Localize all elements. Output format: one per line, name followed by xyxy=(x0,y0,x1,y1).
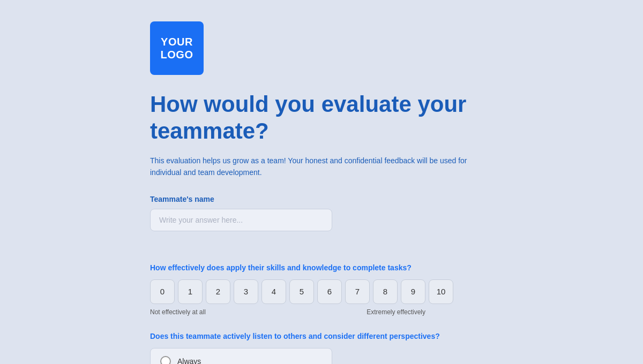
scale-labels: Not effectively at all Extremely effecti… xyxy=(150,308,425,316)
scale-btn-1[interactable]: 1 xyxy=(178,279,203,304)
scale-btn-10[interactable]: 10 xyxy=(429,279,453,304)
radio-option-always[interactable]: Always xyxy=(150,348,332,364)
teammate-name-label: Teammate's name xyxy=(150,195,504,203)
radio-circle-always xyxy=(160,356,171,364)
main-heading: How would you evaluate your teammate? xyxy=(150,91,482,145)
skills-question-label: How effectively does apply their skills … xyxy=(150,263,504,272)
subtitle: This evaluation helps us grow as a team!… xyxy=(150,155,488,179)
listen-question-label: Does this teammate actively listen to ot… xyxy=(150,332,504,340)
radio-label-always: Always xyxy=(177,357,201,364)
scale-btn-7[interactable]: 7 xyxy=(345,279,370,304)
scale-max-label: Extremely effectively xyxy=(367,308,425,316)
logo-text: YOUR LOGO xyxy=(161,35,193,61)
scale-btn-4[interactable]: 4 xyxy=(261,279,286,304)
scale-btn-9[interactable]: 9 xyxy=(401,279,425,304)
logo-block: YOUR LOGO xyxy=(150,21,204,75)
teammate-name-input[interactable] xyxy=(150,209,332,231)
scale-btn-0[interactable]: 0 xyxy=(150,279,175,304)
scale-btn-2[interactable]: 2 xyxy=(206,279,230,304)
scale-btn-3[interactable]: 3 xyxy=(234,279,258,304)
page-container: YOUR LOGO How would you evaluate your te… xyxy=(0,0,504,364)
skills-question-section: How effectively does apply their skills … xyxy=(150,263,504,316)
teammate-name-section: Teammate's name xyxy=(150,195,504,247)
scale-buttons: 0 1 2 3 4 5 6 7 8 9 10 xyxy=(150,279,504,304)
scale-btn-5[interactable]: 5 xyxy=(289,279,314,304)
listen-question-section: Does this teammate actively listen to ot… xyxy=(150,332,504,364)
scale-min-label: Not effectively at all xyxy=(150,308,206,316)
scale-btn-6[interactable]: 6 xyxy=(317,279,342,304)
scale-btn-8[interactable]: 8 xyxy=(373,279,398,304)
